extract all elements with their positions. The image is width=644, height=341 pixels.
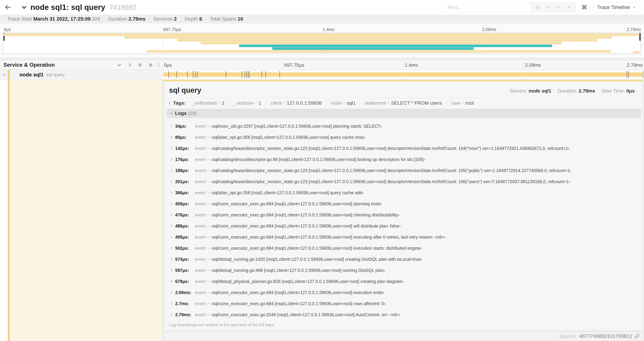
log-row[interactable]: 366μs: event = ‹sql/plan_opt.go:358 [nsq… — [168, 187, 641, 198]
divider — [0, 58, 644, 60]
trace-title-area: node sql1: sql query 7418682 — [21, 3, 444, 12]
timeline-tick-label: 2.09ms — [525, 62, 541, 68]
log-field-value: ‹sql/catalog/lease/descriptor_version_st… — [211, 179, 570, 184]
log-field-key: event — [195, 179, 206, 184]
viewport-right-handle[interactable] — [639, 33, 641, 41]
chevron-right-icon — [168, 290, 175, 294]
search-input[interactable] — [444, 2, 530, 12]
collapse-one-icon[interactable] — [117, 62, 122, 68]
column-resizer-handle[interactable] — [158, 63, 159, 67]
span-row-name-cell[interactable]: node sql1 sql query — [0, 70, 162, 80]
log-timestamp: 678μs: — [175, 279, 194, 284]
expand-one-icon[interactable] — [127, 62, 132, 68]
tag-value: SELECT * FROM users — [391, 100, 442, 106]
equals-sign: = — [206, 313, 211, 317]
span-row[interactable]: node sql1 sql query — [0, 70, 644, 80]
link-icon[interactable] — [634, 334, 640, 339]
previous-result-icon[interactable] — [545, 5, 550, 10]
logs-toggle-row[interactable]: Logs (18) — [167, 109, 641, 118]
tag-key: _verbose — [234, 100, 254, 106]
log-row[interactable]: 2.79ms: event = ‹sql/conn_executor_exec.… — [168, 309, 641, 320]
equals-sign: = — [206, 246, 211, 250]
log-row[interactable]: 678μs: event = ‹sql/distsql_physical_pla… — [168, 276, 641, 287]
minimap-span-bar — [147, 50, 610, 53]
log-field-key: event — [195, 124, 206, 129]
log-field-value: ‹sql/plan_opt.go:358 [nsql1,client=127.0… — [211, 135, 365, 140]
equals-sign: = — [206, 124, 211, 128]
log-row[interactable]: 80μs: event = ‹sql/plan_opt.go:358 [nsql… — [168, 132, 641, 143]
log-timestamp: 597μs: — [175, 268, 194, 273]
log-row[interactable]: 34μs: event = ‹sql/exec_util.go:2297 [ns… — [168, 121, 641, 132]
log-field-value: ‹sql/distsql_running.go:498 [nsql1,clien… — [211, 268, 385, 273]
log-row[interactable]: 176μs: event = ‹sql/catalog/descs/descri… — [168, 154, 641, 165]
log-marker-tick — [280, 71, 280, 78]
log-row[interactable]: 476μs: event = ‹sql/conn_executor_exec.g… — [168, 209, 641, 220]
summary-value: 6 — [199, 16, 202, 22]
log-field-value: ‹sql/exec_util.go:2297 [nsql1,client=127… — [211, 124, 382, 129]
find-actions — [530, 2, 576, 12]
spanid-value: 4877749850101760812 — [579, 333, 632, 339]
log-field-value: ‹sql/conn_executor_exec.go:684 [nsql1,cl… — [211, 246, 422, 251]
log-row[interactable]: 459μs: event = ‹sql/conn_executor_exec.g… — [168, 198, 641, 209]
minimap-span-bar — [201, 42, 562, 44]
log-field-key: event — [195, 168, 206, 173]
log-row[interactable]: 495μs: event = ‹sql/conn_executor_exec.g… — [168, 231, 641, 243]
log-row[interactable]: 201μs: event = ‹sql/catalog/lease/descri… — [168, 176, 641, 187]
equals-sign: = — [206, 302, 211, 306]
chevron-right-icon — [168, 302, 175, 305]
log-timestamp: 2.7ms: — [175, 301, 194, 306]
log-field-key: event — [195, 190, 206, 195]
log-field-key: event — [195, 235, 206, 240]
log-row[interactable]: 486μs: event = ‹sql/conn_executor_exec.g… — [168, 220, 641, 231]
log-row[interactable]: 2.69ms: event = ‹sql/conn_executor_exec.… — [168, 287, 641, 298]
summary-value-suffix: .326 — [90, 16, 100, 22]
log-field-value: ‹sql/conn_executor_exec.go:684 [nsql1,cl… — [211, 235, 446, 240]
chevron-down-icon[interactable] — [2, 72, 7, 77]
log-row[interactable]: 189μs: event = ‹sql/catalog/lease/descri… — [168, 165, 641, 176]
log-marker-tick — [246, 71, 247, 78]
log-marker-tick — [226, 71, 226, 78]
log-field-key: event — [195, 223, 206, 229]
summary-value: March 31 2022, 17:25:09 — [33, 16, 90, 22]
command-icon: ⌘ — [581, 4, 587, 11]
equals-sign: = — [206, 224, 211, 228]
collapse-all-icon[interactable] — [138, 62, 143, 68]
span-operation-name: sql query — [46, 72, 65, 78]
log-row[interactable]: 2.7ms: event = ‹sql/conn_executor_exec.g… — [168, 298, 641, 309]
chevron-right-icon — [168, 158, 175, 161]
equals-sign: = — [206, 180, 211, 184]
log-row[interactable]: 597μs: event = ‹sql/distsql_running.go:4… — [168, 265, 641, 276]
back-button[interactable] — [0, 0, 16, 15]
minimap-tick-label: 0μs — [4, 27, 11, 32]
minimap-canvas[interactable] — [3, 33, 641, 54]
log-timestamp: 495μs: — [175, 235, 194, 240]
log-field-value: ‹sql/plan_opt.go:358 [nsql1,client=127.0… — [211, 190, 364, 195]
next-result-icon[interactable] — [556, 5, 561, 10]
chevron-right-icon — [168, 202, 175, 206]
collapse-controls — [117, 62, 153, 68]
trace-view-dropdown[interactable]: Trace Timeline — [593, 2, 640, 12]
expand-all-icon[interactable] — [148, 62, 153, 68]
clear-search-icon[interactable] — [566, 5, 571, 10]
log-field-value: ‹sql/catalog/lease/descriptor_version_st… — [211, 168, 571, 173]
log-row[interactable]: 574μs: event = ‹sql/distsql_running.go:1… — [168, 254, 641, 265]
span-row-track[interactable] — [162, 70, 644, 80]
log-marker-tick — [176, 71, 177, 78]
chevron-right-icon — [168, 191, 175, 195]
locate-icon[interactable] — [535, 5, 540, 10]
log-row[interactable]: 502μs: event = ‹sql/conn_executor_exec.g… — [168, 243, 641, 254]
equals-sign: = — [386, 101, 391, 106]
top-bar-controls: ⌘ Trace Timeline — [444, 2, 640, 12]
log-row[interactable]: 142μs: event = ‹sql/catalog/lease/descri… — [168, 143, 641, 154]
tag-key: client — [270, 100, 282, 106]
chevron-down-icon[interactable] — [21, 4, 27, 11]
log-timestamp: 459μs: — [175, 201, 194, 206]
span-bar[interactable] — [163, 72, 642, 77]
tag-list: _unfinished=1_verbose=1client=127.0.0.1:… — [188, 100, 478, 106]
log-marker-tick — [249, 71, 250, 78]
log-field-key: event — [195, 201, 206, 206]
tag-value: 1 — [222, 100, 224, 106]
tags-toggle-row[interactable]: Tags: _unfinished=1_verbose=1client=127.… — [164, 98, 642, 108]
keyboard-shortcuts-button[interactable]: ⌘ — [579, 2, 590, 12]
log-timestamp: 486μs: — [175, 223, 194, 229]
